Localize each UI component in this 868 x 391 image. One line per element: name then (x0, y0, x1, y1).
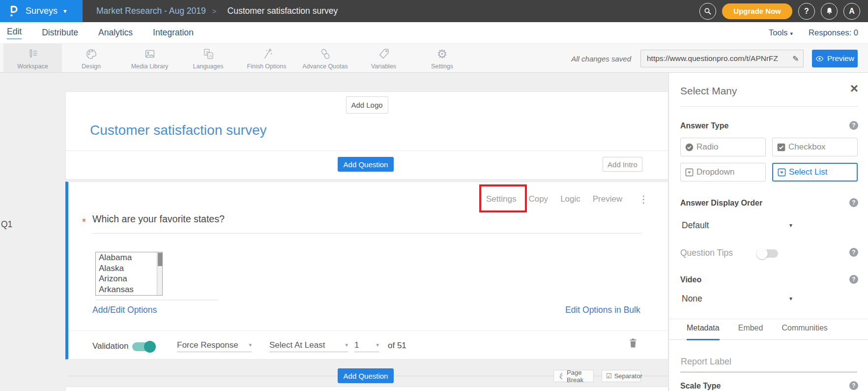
listbox-option[interactable]: Arizona (96, 273, 162, 284)
kebab-menu-icon[interactable]: ⋮ (638, 193, 648, 205)
chevron-down-icon: ▾ (249, 342, 252, 348)
select-at-least-dropdown[interactable]: Select At Least ▾ (269, 338, 348, 352)
count-dropdown[interactable]: 1 ▾ (354, 338, 379, 352)
surveys-product-menu[interactable]: Surveys ▾ (0, 0, 83, 22)
radio-icon (685, 143, 694, 152)
notifications-button[interactable] (821, 3, 838, 20)
preview-button[interactable]: Preview (812, 50, 858, 67)
toolbar-item-design[interactable]: Design (62, 44, 120, 72)
survey-url-input[interactable] (641, 54, 788, 63)
help-icon[interactable]: ? (849, 198, 858, 207)
select-list-icon (777, 168, 786, 177)
listbox-option[interactable]: Arkansas (96, 284, 162, 295)
listbox-option[interactable]: Alaska (96, 263, 162, 274)
answer-type-dropdown-button[interactable]: Dropdown (680, 163, 766, 181)
question-text[interactable]: Which are your favorite states? (92, 213, 225, 225)
scrollbar-thumb[interactable] (158, 253, 162, 266)
separator-button[interactable]: ☑ Separator (602, 370, 641, 382)
toolbar-item-finish-options[interactable]: Finish Options (237, 44, 296, 72)
question-action-logic[interactable]: Logic (560, 194, 580, 204)
bell-icon (825, 7, 834, 15)
help-icon[interactable]: ? (849, 381, 858, 390)
answer-type-select-list-button[interactable]: Select List (772, 163, 858, 181)
annotation-highlight-settings (479, 184, 527, 212)
close-icon[interactable]: × (850, 82, 858, 95)
gear-icon: ⚙ (437, 47, 448, 61)
toolbar-item-variables[interactable]: Variables (354, 44, 413, 72)
nav-right-group: Tools▾ Responses: 0 (769, 28, 858, 37)
svg-text:A: A (209, 53, 212, 58)
topbar-actions: Upgrade Now ? A (699, 3, 868, 20)
separator-check-icon: ☑ (606, 372, 612, 380)
question-settings-panel: Select Many × Answer Type ? Radio Checkb… (668, 73, 868, 391)
toolbar-item-workspace[interactable]: Workspace (3, 44, 62, 72)
search-button[interactable] (699, 3, 716, 20)
tab-communities[interactable]: Communities (781, 324, 827, 340)
answer-type-radio-button[interactable]: Radio (680, 138, 766, 156)
divider (95, 300, 218, 301)
toolbar-item-languages[interactable]: 文A Languages (179, 44, 237, 72)
divider (68, 331, 668, 331)
edit-options-bulk-link[interactable]: Edit Options in Bulk (565, 305, 640, 315)
eye-icon (815, 56, 824, 62)
answer-type-checkbox-button[interactable]: Checkbox (772, 138, 858, 156)
help-icon[interactable]: ? (849, 121, 858, 130)
divider (669, 319, 868, 319)
toolbar-item-settings[interactable]: ⚙ Settings (413, 44, 471, 72)
wand-icon (260, 47, 274, 61)
divider (92, 233, 642, 234)
surveys-menu-label: Surveys (26, 6, 58, 16)
question-action-preview[interactable]: Preview (593, 194, 622, 204)
report-label-input[interactable] (680, 357, 857, 372)
help-icon[interactable]: ? (849, 275, 858, 284)
listbox-scrollbar[interactable] (157, 252, 162, 295)
trash-icon (629, 338, 637, 348)
avatar[interactable]: A (843, 3, 860, 20)
add-edit-options-link[interactable]: Add/Edit Options (92, 305, 157, 315)
checkbox-icon (777, 143, 786, 152)
video-dropdown[interactable]: None (682, 294, 702, 304)
dropdown-icon (685, 168, 694, 177)
tab-edit[interactable]: Edit (7, 27, 22, 39)
tab-distribute[interactable]: Distribute (42, 28, 78, 38)
answer-display-order-label: Answer Display Order (680, 199, 762, 208)
survey-nav: Edit Distribute Analytics Integration To… (0, 22, 868, 43)
help-icon[interactable]: ? (849, 248, 858, 257)
tab-metadata[interactable]: Metadata (687, 324, 720, 340)
question-tips-label: Question Tips (680, 248, 733, 258)
help-button[interactable]: ? (798, 3, 815, 20)
video-label: Video (680, 275, 701, 284)
chain-links-icon (318, 47, 332, 61)
tab-integration[interactable]: Integration (153, 28, 194, 38)
tab-embed[interactable]: Embed (738, 324, 763, 340)
of-total-label: of 51 (388, 341, 406, 351)
toolbar-item-media-library[interactable]: Media Library (120, 44, 179, 72)
survey-url-field: ✎ (640, 50, 804, 67)
chevron-down-icon: ▾ (345, 342, 348, 348)
add-logo-button[interactable]: Add Logo (346, 96, 388, 114)
toolbar-item-advance-quotas[interactable]: Advance Quotas (296, 44, 354, 72)
question-tips-toggle[interactable] (757, 249, 778, 258)
tab-analytics[interactable]: Analytics (98, 28, 133, 38)
divider (680, 106, 858, 107)
answer-display-order-dropdown[interactable]: Default (682, 220, 709, 231)
delete-question-button[interactable] (629, 338, 637, 348)
validation-toggle[interactable] (132, 342, 155, 351)
page-break-button[interactable]: Page Break (553, 370, 594, 382)
add-question-button-bottom[interactable]: Add Question (338, 368, 394, 383)
chevron-down-icon[interactable]: ▾ (789, 295, 792, 302)
breadcrumb-folder[interactable]: Market Research - Aug 2019 (96, 6, 206, 16)
add-question-button-top[interactable]: Add Question (338, 157, 394, 172)
responses-count[interactable]: Responses: 0 (809, 28, 858, 37)
upgrade-now-button[interactable]: Upgrade Now (722, 3, 792, 19)
question-action-copy[interactable]: Copy (528, 194, 548, 204)
tools-menu[interactable]: Tools▾ (769, 28, 793, 37)
force-response-dropdown[interactable]: Force Response ▾ (177, 338, 252, 352)
survey-title[interactable]: Customer satisfaction survey (90, 122, 266, 138)
states-listbox[interactable]: Alabama Alaska Arizona Arkansas (95, 252, 163, 296)
pencil-icon[interactable]: ✎ (788, 54, 803, 63)
add-intro-button[interactable]: Add Intro (603, 157, 642, 172)
chevron-down-icon[interactable]: ▾ (789, 222, 792, 229)
breadcrumb: Market Research - Aug 2019 > Customer sa… (96, 6, 338, 16)
listbox-option[interactable]: Alabama (96, 252, 162, 263)
